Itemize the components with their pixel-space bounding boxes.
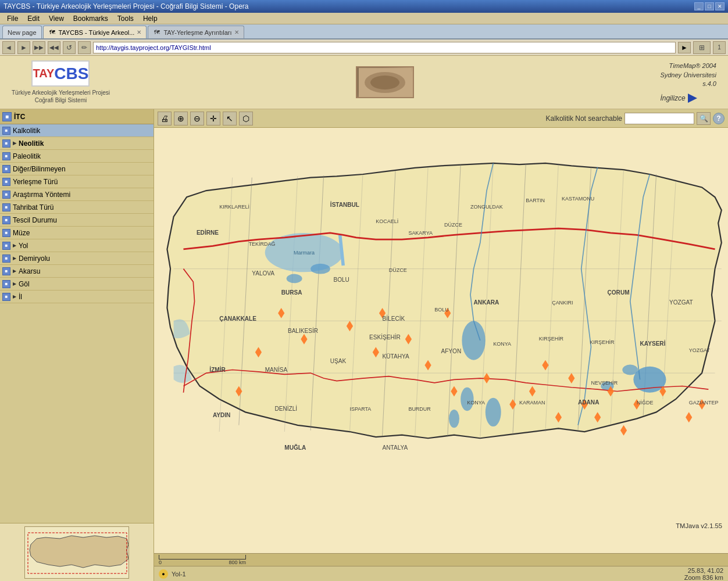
artifact-image [359, 68, 411, 97]
sidebar-item-paleolitik[interactable]: ■ Paleolitik [0, 150, 154, 163]
zoom-in-button[interactable]: ⊕ [174, 112, 188, 125]
svg-text:TMJava v2.1.55: TMJava v2.1.55 [676, 522, 722, 529]
kalkolitik-icon: ■ [2, 127, 10, 135]
svg-text:BOLU: BOLU [333, 277, 349, 283]
logo-area: TAYCBS Türkiye Arkeolojik Yerleşmeleri P… [12, 60, 110, 104]
akarsu-label: Akarsu [19, 267, 40, 275]
yol-label: Yol [19, 242, 28, 250]
sidebar-item-neolitik[interactable]: ■ ▶ Neolitik [0, 137, 154, 150]
pan-button[interactable]: ✛ [206, 112, 220, 125]
map-display[interactable]: Marmara [154, 128, 728, 553]
svg-text:NEVŞEHİR: NEVŞEHİR [591, 380, 618, 386]
browser-title: TAYCBS - Türkiye Arkeolojik Yerleşmeleri… [3, 2, 248, 10]
extra-nav-button[interactable]: ⊞ [693, 41, 711, 54]
svg-point-27 [462, 321, 485, 360]
header-image [356, 66, 414, 98]
forward-button[interactable]: ► [17, 41, 30, 54]
zoom-level: Zoom 836 km [684, 574, 723, 581]
polygon-button[interactable]: ⬡ [239, 112, 253, 125]
sidebar-item-akarsu[interactable]: ■ ▶ Akarsu [0, 265, 154, 278]
muze-icon: ■ [2, 229, 10, 237]
scale-end: 800 km [229, 560, 246, 565]
sidebar-item-yerlesme-turu[interactable]: ■ Yerleşme Türü [0, 175, 154, 188]
language-button[interactable]: İngilizce [660, 94, 716, 103]
edit-button[interactable]: ✏ [78, 41, 91, 54]
help-button[interactable]: ? [713, 113, 725, 124]
tescil-label: Tescil Durumu [13, 216, 57, 224]
tab-taycbs-label: TAYCBS - Türkiye Arkeol... [59, 29, 135, 36]
svg-text:ESKİŞEHİR: ESKİŞEHİR [369, 333, 401, 340]
sidebar-item-demiryolu[interactable]: ■ ▶ Demiryolu [0, 252, 154, 265]
svg-text:ANKARA: ANKARA [474, 299, 499, 306]
title-bar: TAYCBS - Türkiye Arkeolojik Yerleşmeleri… [0, 0, 728, 13]
svg-text:KIRŞEHİR: KIRŞEHİR [590, 339, 615, 345]
menu-edit[interactable]: Edit [23, 13, 44, 24]
sidebar-item-kalkolitik[interactable]: ■ Kalkolitik [0, 124, 154, 137]
site-header: TAYCBS Türkiye Arkeolojik Yerleşmeleri P… [0, 56, 728, 109]
maximize-button[interactable]: □ [705, 2, 714, 10]
svg-text:ÇANAKKALE: ÇANAKKALE [219, 315, 256, 322]
status-icon: ● [159, 569, 168, 579]
arrow-button[interactable]: ↖ [223, 112, 237, 125]
sidebar-item-tescil[interactable]: ■ Tescil Durumu [0, 214, 154, 227]
window-controls: _ □ ✕ [694, 2, 725, 10]
site-logo: TAYCBS [31, 60, 90, 87]
svg-text:BOLU: BOLU [434, 307, 448, 313]
search-button[interactable]: 🔍 [697, 112, 711, 125]
sidebar-item-tahribat[interactable]: ■ Tahribat Türü [0, 201, 154, 214]
tab-bar: New page 🗺 TAYCBS - Türkiye Arkeol... ✕ … [0, 24, 728, 40]
lang-arrow-icon [688, 94, 697, 103]
tab-new-page-label: New page [8, 29, 37, 36]
url-input[interactable] [93, 42, 676, 53]
close-button[interactable]: ✕ [715, 2, 725, 10]
mini-map-display [24, 526, 129, 579]
svg-text:KASTAMONU: KASTAMONU [562, 196, 594, 202]
tab-taycbs[interactable]: 🗺 TAYCBS - Türkiye Arkeol... ✕ [43, 26, 147, 38]
tab-new-page[interactable]: New page [2, 26, 42, 38]
neolitik-label: Neolitik [19, 139, 44, 148]
refresh-button[interactable]: ↺ [63, 41, 76, 54]
tab-yerlesme-close[interactable]: ✕ [234, 29, 239, 35]
menu-bookmarks[interactable]: Bookmarks [69, 13, 113, 24]
svg-text:EDİRNE: EDİRNE [197, 229, 219, 236]
menu-bar: File Edit View Bookmarks Tools Help [0, 13, 728, 24]
fast-forward-button[interactable]: ▶▶ [33, 41, 45, 54]
print-button[interactable]: 🖨 [158, 112, 172, 125]
yol-triangle: ▶ [13, 243, 16, 248]
svg-text:ÇANKIRI: ÇANKIRI [552, 300, 573, 306]
sidebar: ■ İTC ■ Kalkolitik ■ ▶ Neolitik ■ P [0, 109, 154, 581]
menu-file[interactable]: File [2, 13, 23, 24]
zoom-out-button[interactable]: ⊖ [190, 112, 204, 125]
status-label: Yol-1 [172, 571, 186, 578]
sidebar-item-yol[interactable]: ■ ▶ Yol [0, 239, 154, 252]
svg-text:TEKİRDAĞ: TEKİRDAĞ [249, 241, 276, 247]
rewind-button[interactable]: ◀◀ [48, 41, 60, 54]
extra-nav-button-2[interactable]: 1 [713, 41, 726, 54]
yerlesme-turu-label: Yerleşme Türü [13, 178, 58, 186]
svg-point-35 [287, 274, 302, 284]
tab-yerlesme[interactable]: 🗺 TAY-Yerleşme Ayrıntıları ✕ [148, 26, 244, 38]
go-button[interactable]: ► [678, 42, 691, 53]
map-container: 🖨 ⊕ ⊖ ✛ ↖ ⬡ Kalkolitik Not searchable 🔍 … [154, 109, 728, 581]
sidebar-item-il[interactable]: ■ ▶ İl [0, 290, 154, 303]
timemap-info: TimeMap® 2004 Sydney Üniversitesi s.4.0 [660, 62, 716, 88]
svg-text:İZMİR: İZMİR [209, 366, 226, 373]
sidebar-item-arastirma[interactable]: ■ Araştırma Yöntemi [0, 188, 154, 201]
sidebar-item-diger[interactable]: ■ Diğer/Bilinmeyen [0, 163, 154, 175]
sidebar-header-icon: ■ [2, 112, 12, 121]
neolitik-icon: ■ [2, 139, 10, 148]
back-button[interactable]: ◄ [2, 41, 15, 54]
svg-text:KIRKLARELİ: KIRKLARELİ [219, 204, 249, 210]
sidebar-item-gol[interactable]: ■ ▶ Göl [0, 278, 154, 290]
menu-tools[interactable]: Tools [113, 13, 138, 24]
search-input[interactable] [624, 113, 694, 124]
search-label: Kalkolitik Not searchable [546, 114, 622, 123]
gol-label: Göl [19, 280, 30, 288]
menu-view[interactable]: View [44, 13, 69, 24]
menu-help[interactable]: Help [138, 13, 162, 24]
sidebar-item-muze[interactable]: ■ Müze [0, 227, 154, 239]
tab-taycbs-close[interactable]: ✕ [137, 29, 141, 35]
svg-text:AYDIN: AYDIN [213, 412, 230, 418]
svg-text:KIRŞEHİR: KIRŞEHİR [539, 336, 564, 342]
minimize-button[interactable]: _ [694, 2, 704, 10]
